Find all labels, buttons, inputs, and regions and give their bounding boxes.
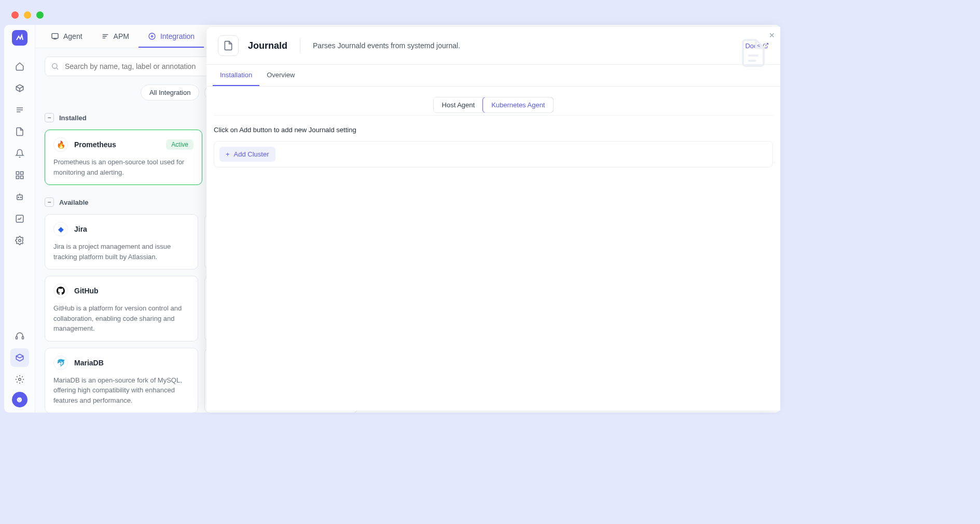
panel-subtitle: Parses Journald events from systemd jour…	[313, 41, 460, 50]
journald-icon	[218, 35, 239, 56]
kubernetes-agent-button[interactable]: Kubernetes Agent	[482, 97, 554, 113]
panel-body: Host Agent Kubernetes Agent Click on Add…	[206, 87, 780, 410]
agent-toggle: Host Agent Kubernetes Agent	[433, 97, 554, 113]
dashboard-icon[interactable]	[10, 166, 29, 185]
svg-rect-3	[16, 172, 19, 174]
prometheus-icon: 🔥	[53, 137, 68, 152]
plus-icon: +	[226, 150, 230, 158]
tab-agent-label: Agent	[63, 32, 82, 40]
card-description: GitHub is a platform for version control…	[53, 303, 189, 334]
gear-icon[interactable]	[10, 231, 29, 250]
bell-icon[interactable]	[10, 144, 29, 163]
svg-rect-14	[22, 337, 23, 339]
document-icon[interactable]	[10, 122, 29, 141]
svg-point-12	[18, 239, 21, 242]
add-cluster-label: Add Cluster	[234, 150, 269, 158]
card-title: GitHub	[74, 287, 99, 295]
search-icon	[51, 62, 59, 70]
svg-rect-5	[16, 176, 19, 179]
integration-card-mariadb[interactable]: 🐬 MariaDB MariaDB is an open-source fork…	[45, 348, 198, 413]
tab-integration[interactable]: Integration	[139, 25, 204, 48]
minimize-window-button[interactable]	[24, 11, 31, 19]
close-window-button[interactable]	[11, 11, 19, 19]
svg-point-9	[20, 197, 21, 198]
collapse-available-button[interactable]: −	[45, 197, 54, 207]
home-icon[interactable]	[10, 57, 29, 76]
divider	[300, 38, 300, 53]
integration-card-github[interactable]: GitHub GitHub is a platform for version …	[45, 276, 198, 342]
section-installed-label: Installed	[59, 114, 87, 122]
card-title: Prometheus	[74, 140, 116, 149]
cluster-container: + Add Cluster	[214, 141, 773, 167]
panel-sub-tabs: Installation Overview	[206, 65, 780, 87]
avatar[interactable]: ☻	[12, 392, 27, 407]
hint-text: Click on Add button to add new Journald …	[214, 124, 773, 141]
card-description: Prometheus is an open-source tool used f…	[53, 157, 194, 177]
host-agent-button[interactable]: Host Agent	[434, 97, 484, 112]
status-badge: Active	[166, 139, 194, 150]
cube-icon[interactable]	[10, 79, 29, 97]
side-rail: ☻	[4, 25, 35, 413]
panel-title: Journald	[248, 40, 287, 51]
headset-icon[interactable]	[10, 327, 29, 345]
svg-point-15	[18, 378, 21, 381]
integration-card-jira[interactable]: ◆ Jira Jira is a project management and …	[45, 214, 198, 270]
add-cluster-button[interactable]: + Add Cluster	[219, 147, 275, 162]
settings-icon[interactable]	[10, 370, 29, 389]
panel-header: Journald Parses Journald events from sys…	[206, 27, 780, 65]
tab-apm[interactable]: APM	[92, 25, 139, 48]
svg-rect-6	[20, 176, 23, 179]
jira-icon: ◆	[53, 222, 68, 236]
svg-rect-16	[52, 34, 58, 38]
list-icon[interactable]	[10, 101, 29, 119]
svg-line-27	[57, 68, 58, 69]
brand-logo[interactable]	[12, 30, 27, 46]
github-icon	[53, 284, 68, 298]
metrics-icon[interactable]	[10, 209, 29, 228]
integration-detail-panel: ✕ Journald Parses Journald events from s…	[206, 27, 780, 410]
card-title: Jira	[74, 225, 87, 233]
document-watermark-icon	[738, 37, 769, 68]
svg-rect-11	[16, 215, 23, 222]
tab-apm-label: APM	[114, 32, 129, 40]
card-description: MariaDB is an open-source fork of MySQL,…	[53, 375, 189, 406]
svg-rect-4	[20, 172, 23, 174]
robot-icon[interactable]	[10, 188, 29, 206]
svg-point-8	[18, 197, 19, 198]
integration-card-prometheus[interactable]: 🔥 Prometheus Active Prometheus is an ope…	[45, 130, 202, 185]
tab-integration-label: Integration	[160, 32, 195, 40]
package-icon[interactable]	[10, 348, 29, 367]
subtab-installation[interactable]: Installation	[213, 65, 259, 86]
card-title: MariaDB	[74, 359, 104, 367]
svg-rect-13	[16, 337, 17, 339]
card-description: Jira is a project management and issue t…	[53, 242, 189, 262]
section-available-label: Available	[59, 199, 89, 206]
collapse-installed-button[interactable]: −	[45, 113, 54, 122]
chip-all-integration[interactable]: All Integration	[141, 84, 200, 101]
subtab-overview[interactable]: Overview	[259, 65, 302, 86]
tab-agent[interactable]: Agent	[42, 25, 92, 48]
browser-frame: ☻ Agent APM Integration RUM	[0, 0, 784, 415]
maximize-window-button[interactable]	[36, 11, 44, 19]
svg-point-26	[52, 64, 57, 68]
window-traffic-lights	[0, 0, 784, 25]
mariadb-icon: 🐬	[53, 356, 68, 370]
